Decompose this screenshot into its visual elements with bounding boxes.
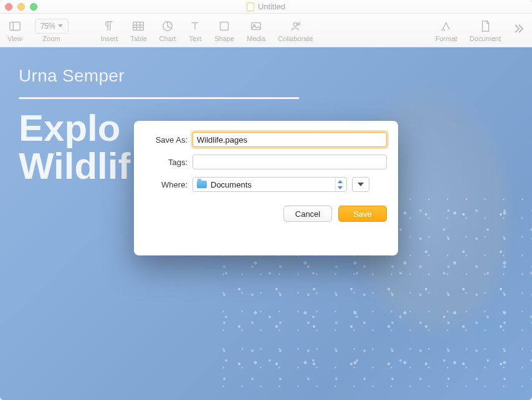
where-stepper[interactable] xyxy=(335,178,344,191)
where-dropdown[interactable]: Documents xyxy=(192,177,347,192)
button-label: Cancel xyxy=(295,209,320,219)
cancel-button[interactable]: Cancel xyxy=(283,206,332,222)
save-as-label: Save As: xyxy=(145,135,192,145)
chevron-up-icon xyxy=(336,178,344,184)
chevron-down-icon xyxy=(336,184,344,191)
app-window: Untitled View 75% Zoom Insert xyxy=(0,0,532,400)
save-button[interactable]: Save xyxy=(338,206,387,222)
chevron-down-icon xyxy=(358,183,364,186)
tags-input[interactable] xyxy=(192,155,387,169)
save-dialog: Save As: Tags: Where: Documents Can xyxy=(134,121,398,255)
tags-label: Tags: xyxy=(145,158,192,167)
folder-icon xyxy=(197,181,207,188)
button-label: Save xyxy=(353,209,372,219)
where-value: Documents xyxy=(211,180,329,189)
expand-location-button[interactable] xyxy=(352,177,369,192)
where-label: Where: xyxy=(145,180,192,189)
save-as-input[interactable] xyxy=(192,132,387,147)
